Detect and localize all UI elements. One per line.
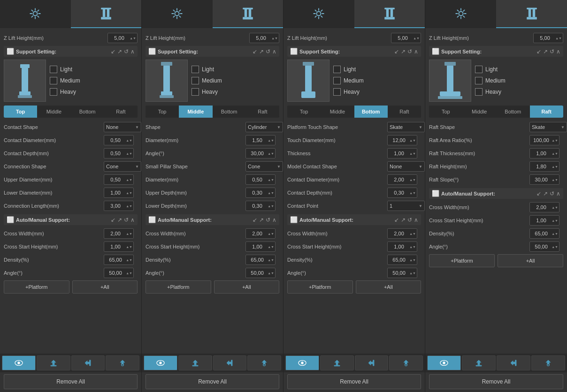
- spinbox-arrows[interactable]: ▲▼: [268, 204, 274, 208]
- collapse-icon[interactable]: ∧: [414, 48, 418, 55]
- am-spinbox-arrows[interactable]: ▲▼: [126, 271, 132, 275]
- tab-middle[interactable]: Middle: [179, 106, 212, 118]
- spinbox-arrows[interactable]: ▲▼: [552, 152, 558, 155]
- dropdown[interactable]: Cone ▼: [104, 161, 141, 172]
- header-tab-settings[interactable]: [425, 0, 496, 28]
- tab-bottom[interactable]: Bottom: [496, 106, 530, 118]
- am-refresh-icon[interactable]: ↺: [407, 217, 412, 223]
- checkbox-row-heavy[interactable]: Heavy: [192, 88, 222, 96]
- am-spinbox-arrows[interactable]: ▲▼: [409, 245, 416, 249]
- tab-top[interactable]: Top: [287, 106, 321, 118]
- am-refresh-icon[interactable]: ↺: [266, 217, 270, 223]
- import-icon[interactable]: ↙: [394, 48, 399, 55]
- checkbox-row-light[interactable]: Light: [50, 66, 80, 73]
- import-icon[interactable]: ↙: [253, 48, 257, 55]
- header-tab-settings[interactable]: [0, 0, 71, 28]
- spinbox[interactable]: 0,30 ▲▼: [387, 188, 417, 198]
- platform-button[interactable]: +Platform: [429, 254, 495, 267]
- tab-top[interactable]: Top: [429, 106, 463, 118]
- field-value[interactable]: 100,00 ▲▼: [529, 135, 563, 145]
- am-import-icon[interactable]: ↙: [111, 217, 115, 223]
- spinbox-arrows[interactable]: ▲▼: [409, 178, 416, 181]
- platform-button[interactable]: +Platform: [146, 280, 211, 294]
- tab-raft[interactable]: Raft: [530, 106, 564, 118]
- all-button[interactable]: +All: [214, 280, 280, 294]
- spinbox-arrows[interactable]: ▲▼: [268, 152, 274, 155]
- support-rotate-icon[interactable]: [389, 355, 423, 370]
- tab-bottom[interactable]: Bottom: [213, 106, 246, 118]
- field-value[interactable]: 0,50 ▲▼: [245, 174, 279, 185]
- z-lift-arrows[interactable]: ▲▼: [555, 37, 562, 40]
- z-lift-arrows[interactable]: ▲▼: [271, 37, 278, 40]
- support-up-icon[interactable]: [462, 355, 496, 370]
- am-spinbox[interactable]: 65,00 ▲▼: [529, 228, 559, 239]
- am-spinbox-arrows[interactable]: ▲▼: [552, 232, 558, 235]
- tab-bottom[interactable]: Bottom: [71, 106, 104, 118]
- am-spinbox-arrows[interactable]: ▲▼: [268, 258, 274, 262]
- support-rotate-icon[interactable]: [247, 355, 281, 370]
- export-icon[interactable]: ↗: [117, 48, 122, 55]
- am-spinbox[interactable]: 50,00 ▲▼: [104, 268, 134, 278]
- dropdown[interactable]: Cylinder ▼: [245, 122, 283, 132]
- spinbox-arrows[interactable]: ▲▼: [552, 165, 558, 168]
- am-spinbox[interactable]: 65,00 ▲▼: [387, 255, 417, 265]
- tab-raft[interactable]: Raft: [104, 106, 138, 118]
- field-value[interactable]: 0,50 ▲▼: [104, 148, 138, 158]
- support-up-icon[interactable]: [320, 355, 354, 370]
- z-lift-spinbox[interactable]: 5,00 ▲▼: [107, 33, 138, 43]
- am-spinbox[interactable]: 1,00 ▲▼: [387, 241, 417, 252]
- header-tab-settings[interactable]: [142, 0, 213, 28]
- am-spinbox[interactable]: 50,00 ▲▼: [529, 241, 559, 252]
- field-value[interactable]: 0,50 ▲▼: [104, 174, 138, 185]
- tab-middle[interactable]: Middle: [463, 106, 497, 118]
- am-import-icon[interactable]: ↙: [394, 217, 399, 223]
- spinbox-arrows[interactable]: ▲▼: [268, 139, 274, 142]
- z-lift-spinbox[interactable]: 5,00 ▲▼: [533, 33, 563, 43]
- spinbox[interactable]: 100,00 ▲▼: [529, 135, 559, 145]
- dropdown[interactable]: Cone ▼: [245, 161, 283, 172]
- field-value[interactable]: 1,00 ▲▼: [104, 188, 138, 198]
- am-spinbox[interactable]: 50,00 ▲▼: [387, 268, 417, 278]
- checkbox-medium[interactable]: [192, 77, 199, 84]
- field-value[interactable]: 12,00 ▲▼: [387, 135, 421, 145]
- am-spinbox-arrows[interactable]: ▲▼: [126, 258, 132, 262]
- tab-bottom[interactable]: Bottom: [354, 106, 388, 118]
- refresh-icon[interactable]: ↺: [124, 48, 129, 55]
- checkbox-medium[interactable]: [50, 77, 57, 84]
- field-value[interactable]: 1,00 ▲▼: [387, 148, 421, 158]
- field-value[interactable]: 30,00 ▲▼: [529, 174, 563, 185]
- import-icon[interactable]: ↙: [111, 48, 115, 55]
- am-export-icon[interactable]: ↗: [543, 190, 548, 197]
- collapse-icon[interactable]: ∧: [130, 48, 135, 55]
- am-export-icon[interactable]: ↗: [117, 217, 122, 223]
- platform-button[interactable]: +Platform: [4, 280, 69, 294]
- am-refresh-icon[interactable]: ↺: [124, 217, 129, 223]
- spinbox[interactable]: 1,00 ▲▼: [387, 148, 417, 158]
- checkbox-row-light[interactable]: Light: [475, 66, 506, 73]
- remove-all-button[interactable]: Remove All: [4, 374, 138, 389]
- dropdown[interactable]: 1 ▼: [387, 201, 425, 211]
- export-icon[interactable]: ↗: [401, 48, 406, 55]
- am-spinbox-arrows[interactable]: ▲▼: [268, 232, 274, 235]
- am-spinbox-arrows[interactable]: ▲▼: [552, 245, 558, 249]
- checkbox-light[interactable]: [475, 66, 483, 73]
- spinbox-arrows[interactable]: ▲▼: [409, 152, 416, 155]
- am-spinbox[interactable]: 1,00 ▲▼: [529, 215, 559, 226]
- refresh-icon[interactable]: ↺: [407, 48, 412, 55]
- checkbox-row-medium[interactable]: Medium: [475, 77, 506, 84]
- spinbox[interactable]: 0,50 ▲▼: [104, 148, 134, 158]
- eye-icon[interactable]: [285, 355, 319, 370]
- spinbox[interactable]: 3,00 ▲▼: [104, 201, 134, 211]
- checkbox-heavy[interactable]: [50, 88, 57, 96]
- am-spinbox-arrows[interactable]: ▲▼: [552, 219, 558, 222]
- am-import-icon[interactable]: ↙: [253, 217, 257, 223]
- support-rotate-icon[interactable]: [106, 355, 139, 370]
- spinbox-arrows[interactable]: ▲▼: [126, 152, 132, 155]
- support-up-icon[interactable]: [37, 355, 70, 370]
- field-value[interactable]: Cone ▼: [245, 161, 279, 172]
- spinbox[interactable]: 0,50 ▲▼: [104, 174, 134, 185]
- export-icon[interactable]: ↗: [543, 48, 548, 55]
- header-tab-support[interactable]: [354, 0, 425, 28]
- am-export-icon[interactable]: ↗: [259, 217, 264, 223]
- checkbox-row-medium[interactable]: Medium: [50, 77, 80, 84]
